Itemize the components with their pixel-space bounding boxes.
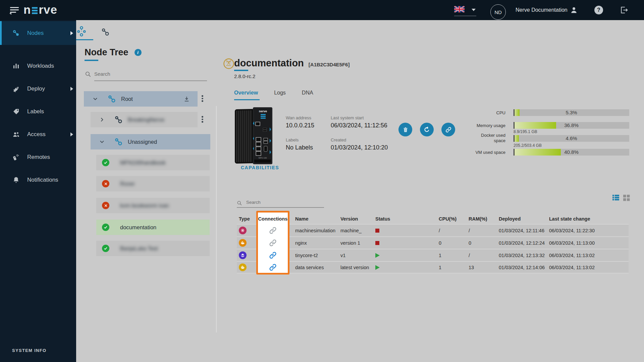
tree-view-tab[interactable] [77,26,86,37]
user-avatar[interactable]: ND [490,4,506,20]
tree-node[interactable]: kvm bookworm ivan [96,198,210,213]
tab-logs[interactable]: Logs [274,90,286,96]
delete-node-button[interactable] [398,123,412,136]
col-deployed[interactable]: Deployed [497,216,548,222]
language-selector[interactable] [454,6,478,12]
sidebar-item-labels[interactable]: Labels [0,100,76,123]
col-last-state-change[interactable]: Last state change [548,216,629,222]
nerve-logo: n rve [23,3,57,16]
cpu-gauge: 5.3% [514,109,629,116]
chevron-down-icon[interactable] [99,138,105,145]
memory-gauge-label: Memory usage [446,123,505,128]
sidebar-item-nodes[interactable]: Nodes [0,21,76,45]
info-icon[interactable]: i [135,49,142,56]
vm-gauge-value: 40.8% [514,149,629,156]
workload-row-nginx[interactable]: nginx version 1 0 0 01/03/2024, 12:12:24… [237,236,629,249]
help-icon[interactable]: ? [594,6,603,14]
tree-node[interactable]: BanjaLuka Test [96,241,210,256]
sidebar-toggle-button[interactable] [10,7,19,13]
workload-table-header: Type Connections Name Version Status CPU… [237,214,629,224]
tree-node-unassigned[interactable]: Unassigned [91,134,210,149]
col-type[interactable]: Type [237,216,258,222]
tree-node[interactable]: MFN100handbook [96,155,210,170]
labels-value: No Labels [286,144,313,151]
tab-overview[interactable]: Overview [234,90,258,96]
remotes-icon [12,153,20,161]
account-icon[interactable] [570,6,578,14]
reboot-node-button[interactable] [420,123,434,136]
workload-version: machine_ [339,228,374,233]
memory-gauge-value: 36.8% [514,122,629,129]
connection-inactive-icon[interactable] [269,239,277,247]
col-name[interactable]: Name [288,216,339,222]
sidebar-item-notifications[interactable]: Notifications [0,169,76,191]
topbar: n rve ND Nerve Documentation ? [0,0,644,20]
vm-space-detail: 205.2/503.4 GB [514,143,542,148]
workload-row-tinycore-t2[interactable]: tinycore-t2 v1 1 / 01/03/2024, 12:13:32 … [237,249,629,261]
sidebar-item-deploy[interactable]: Deploy [0,77,76,100]
vm-gauge-label: VM used space [446,150,505,155]
tree-node-blurred-group[interactable]: BreakingNerve [91,112,198,127]
logout-icon[interactable] [619,5,629,15]
node-online-icon [102,159,109,166]
tree-node-root[interactable]: Root [84,91,198,107]
list-view-tab[interactable] [101,27,110,37]
system-info-button[interactable]: SYSTEM INFO [12,348,46,353]
sidebar-item-label: Access [27,131,46,138]
grid-view-toggle[interactable] [623,193,631,201]
col-cpu[interactable]: CPU(%) [437,216,467,222]
created-value: 01/03/2024, 12:10:20 [331,144,388,151]
access-users-icon [12,130,20,138]
collapse-all-icon[interactable] [183,96,190,103]
chevron-right-icon [70,87,73,91]
node-name: documentation [234,58,304,69]
col-status[interactable]: Status [374,216,437,222]
workload-name: tinycore-t2 [288,253,339,258]
workload-deployed: 01/03/2024, 12:11:46 [497,228,548,233]
workload-cpu: 1 [437,265,467,270]
docker-gauge-label: Docker used space [472,133,505,143]
workload-row-machinesimulation[interactable]: machinesimulation machine_ / / 01/03/202… [237,224,629,236]
connection-inactive-icon[interactable] [269,226,277,235]
list-view-toggle[interactable] [612,193,620,201]
avatar-initials: ND [494,9,502,15]
sidebar-item-remotes[interactable]: Remotes [0,146,76,168]
search-input[interactable] [94,71,195,77]
group-menu-kebab-icon[interactable] [202,116,203,123]
connection-active-icon[interactable] [269,251,277,259]
workload-ram: / [467,228,497,233]
root-menu-kebab-icon[interactable] [202,95,203,102]
col-ram[interactable]: RAM(%) [467,216,497,222]
node-online-icon [102,245,109,252]
docker-workload-icon [239,239,247,247]
sidebar-item-workloads[interactable]: Workloads [0,55,76,77]
status-started-icon [375,253,380,258]
tab-dna[interactable]: DNA [302,90,313,96]
tree-node-documentation[interactable]: documentation [96,220,210,235]
chevron-right-icon [70,31,73,35]
col-version[interactable]: Version [339,216,374,222]
workload-search [237,200,331,208]
search-icon [237,200,242,206]
chevron-right-icon[interactable] [99,116,105,123]
last-system-start-value: 06/03/2024, 11:12:56 [331,122,387,129]
username-label: Nerve Documentation [516,0,568,20]
sidebar-item-access[interactable]: Access [0,123,76,145]
tree-node[interactable]: Rover [96,176,210,191]
search-input[interactable] [246,200,323,205]
node-offline-icon [102,180,109,187]
workload-deployed: 01/03/2024, 12:13:32 [497,253,548,258]
workload-last-change: 06/03/2024, 11:13:02 [548,253,629,258]
cpu-gauge-value: 5.3% [514,109,629,116]
connection-active-icon[interactable] [269,263,277,272]
workload-row-data-services[interactable]: data services latest version 1 13 01/03/… [237,261,629,274]
memory-gauge: 36.8% [514,122,629,129]
chevron-down-icon[interactable] [92,96,99,102]
workload-name: machinesimulation [288,228,339,233]
docker-space-detail: 8.9/195.1 GB [514,129,537,134]
codesys-workload-icon [239,227,247,234]
col-connections[interactable]: Connections [258,216,288,222]
chevron-right-icon [70,132,73,136]
capabilities-link[interactable]: CAPABILITIES [241,165,279,170]
workload-name: data services [288,265,339,270]
